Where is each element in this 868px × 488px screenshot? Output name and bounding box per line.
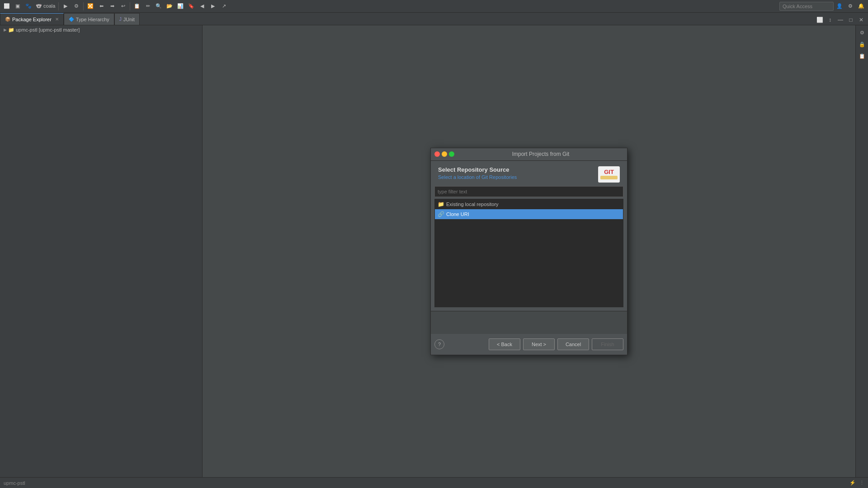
- quick-access-box: Quick Access: [779, 2, 834, 11]
- dialog-git-logo-decoration: [600, 176, 618, 179]
- dialog-overlay: Import Projects from Git Select Reposito…: [203, 25, 855, 477]
- dialog-titlebar: Import Projects from Git: [431, 148, 627, 161]
- help-icon: ?: [438, 342, 441, 347]
- dialog-subheading: Select a location of Git Repositories: [438, 174, 517, 180]
- toolbar-btn-3[interactable]: 🐾: [24, 1, 33, 11]
- dialog-title: Import Projects from Git: [458, 151, 623, 157]
- dialog-git-logo-text: GIT: [604, 169, 614, 175]
- toolbar-btn-right-3[interactable]: 🔔: [856, 1, 866, 11]
- statusbar-dot: ⋮: [859, 480, 864, 486]
- tabtoolbar-btn-2[interactable]: ↕: [825, 15, 835, 25]
- tabtoolbar-btn-minimize[interactable]: —: [835, 15, 845, 25]
- toolbar-btn-6[interactable]: 🔀: [85, 1, 95, 11]
- toolbar-btn-2[interactable]: ▣: [13, 1, 23, 11]
- existing-local-icon: 📁: [438, 201, 444, 207]
- sep-3: [130, 2, 130, 10]
- toolbar-btn-8[interactable]: ➡: [107, 1, 117, 11]
- toolbar-btn-13[interactable]: 📂: [165, 1, 175, 11]
- tab-bar: 📦 Package Explorer ✕ 🔷 Type Hierarchy J …: [0, 13, 868, 25]
- toolbar-btn-5[interactable]: ⚙: [71, 1, 81, 11]
- left-panel: ▶ 📁 upmc-pstl [upmc-pstl master]: [0, 25, 203, 477]
- list-item-clone-uri[interactable]: 🔗 Clone URI: [435, 209, 623, 219]
- sidebar-btn-3[interactable]: 📋: [857, 51, 868, 61]
- toolbar-btn-12[interactable]: 🔍: [154, 1, 164, 11]
- tab-type-hierarchy-label: Type Hierarchy: [76, 17, 109, 22]
- dialog-filter: [434, 186, 623, 197]
- editor-area: Import Projects from Git Select Reposito…: [203, 25, 855, 477]
- tab-package-explorer-close[interactable]: ✕: [55, 17, 59, 22]
- dialog-git-logo: GIT: [598, 166, 620, 183]
- toolbar-btn-nav-back[interactable]: ◀: [197, 1, 207, 11]
- tab-junit-label: JUnit: [123, 17, 135, 22]
- toolbar-btn-nav-fwd[interactable]: ▶: [208, 1, 218, 11]
- sep-1: [58, 2, 59, 10]
- toolbar-btn-11[interactable]: ✏: [143, 1, 153, 11]
- tab-type-hierarchy[interactable]: 🔷 Type Hierarchy: [64, 13, 114, 25]
- help-button[interactable]: ?: [434, 339, 444, 349]
- dialog-minimize-btn[interactable]: [442, 151, 447, 157]
- toolbar-btn-14[interactable]: 📊: [175, 1, 185, 11]
- dialog-heading: Select Repository Source: [438, 166, 517, 173]
- tabtoolbar-btn-1[interactable]: ⬜: [815, 15, 825, 25]
- toolbar-btn-7[interactable]: ⬅: [96, 1, 106, 11]
- next-button[interactable]: Next >: [523, 338, 555, 350]
- main-toolbar: ⬜ ▣ 🐾 🐨 coala ▶ ⚙ 🔀 ⬅ ➡ ↩ 📋 ✏ 🔍 📂 📊 🔖 ◀ …: [0, 0, 868, 13]
- tab-package-explorer[interactable]: 📦 Package Explorer ✕: [0, 13, 64, 25]
- existing-local-label: Existing local repository: [446, 202, 499, 207]
- sep-2: [83, 2, 84, 10]
- type-hierarchy-icon: 🔷: [69, 17, 74, 22]
- quick-access-label: Quick Access: [783, 4, 812, 9]
- statusbar-right: ⚡ ⋮: [849, 480, 864, 486]
- tree-arrow: ▶: [4, 28, 7, 32]
- toolbar-btn-15[interactable]: 🔖: [186, 1, 196, 11]
- toolbar-btn-10[interactable]: 📋: [132, 1, 142, 11]
- statusbar-project-label: upmc-pstl: [4, 480, 25, 486]
- sidebar-btn-1[interactable]: ⚙: [857, 27, 868, 38]
- statusbar: upmc-pstl ⚡ ⋮: [0, 477, 868, 488]
- dialog-window-controls: [434, 151, 454, 157]
- tabtoolbar-btn-close-view[interactable]: ✕: [856, 15, 866, 25]
- cancel-button[interactable]: Cancel: [557, 338, 589, 350]
- filter-input[interactable]: [434, 186, 623, 197]
- list-item-existing-local[interactable]: 📁 Existing local repository: [435, 199, 623, 209]
- clone-uri-label: Clone URI: [446, 211, 469, 217]
- tab-junit[interactable]: J JUnit: [114, 13, 140, 25]
- toolbar-btn-run[interactable]: ▶: [61, 1, 71, 11]
- finish-button[interactable]: Finish: [592, 338, 623, 350]
- toolbar-btn-right-1[interactable]: 👤: [835, 1, 844, 11]
- toolbar-btn-16[interactable]: ↗: [219, 1, 229, 11]
- dialog-header-left: Select Repository Source Select a locati…: [438, 166, 517, 180]
- toolbar-btn-1[interactable]: ⬜: [2, 1, 12, 11]
- tab-package-explorer-label: Package Explorer: [12, 17, 52, 22]
- dialog-maximize-btn[interactable]: [449, 151, 454, 157]
- dialog-header: Select Repository Source Select a locati…: [431, 161, 627, 186]
- dialog-buttons-bar: ? < Back Next > Cancel Finish: [431, 334, 627, 355]
- tabtoolbar-btn-maximize[interactable]: □: [846, 15, 856, 25]
- toolbar-btn-9[interactable]: ↩: [118, 1, 128, 11]
- import-dialog: Import Projects from Git Select Reposito…: [430, 148, 627, 355]
- package-explorer-icon: 📦: [5, 17, 10, 22]
- toolbar-btn-coala[interactable]: 🐨 coala: [34, 1, 57, 11]
- tree-folder-icon: 📁: [8, 27, 14, 33]
- toolbar-btn-right-2[interactable]: ⚙: [845, 1, 855, 11]
- clone-uri-icon: 🔗: [438, 211, 444, 217]
- main-area: ▶ 📁 upmc-pstl [upmc-pstl master] Import …: [0, 25, 868, 477]
- junit-icon: J: [119, 17, 122, 22]
- statusbar-icon: ⚡: [849, 480, 856, 486]
- right-sidebar: ⚙ 🔒 📋: [855, 25, 868, 477]
- dialog-close-btn[interactable]: [434, 151, 440, 157]
- dialog-bottom-area: [431, 311, 627, 334]
- sidebar-btn-2[interactable]: 🔒: [857, 39, 868, 50]
- tree-item-label: upmc-pstl [upmc-pstl master]: [16, 27, 80, 33]
- repository-source-list[interactable]: 📁 Existing local repository 🔗 Clone URI: [434, 199, 623, 307]
- tab-toolbar: ⬜ ↕ — □ ✕: [815, 15, 868, 25]
- tree-item-root[interactable]: ▶ 📁 upmc-pstl [upmc-pstl master]: [0, 25, 202, 34]
- back-button[interactable]: < Back: [489, 338, 520, 350]
